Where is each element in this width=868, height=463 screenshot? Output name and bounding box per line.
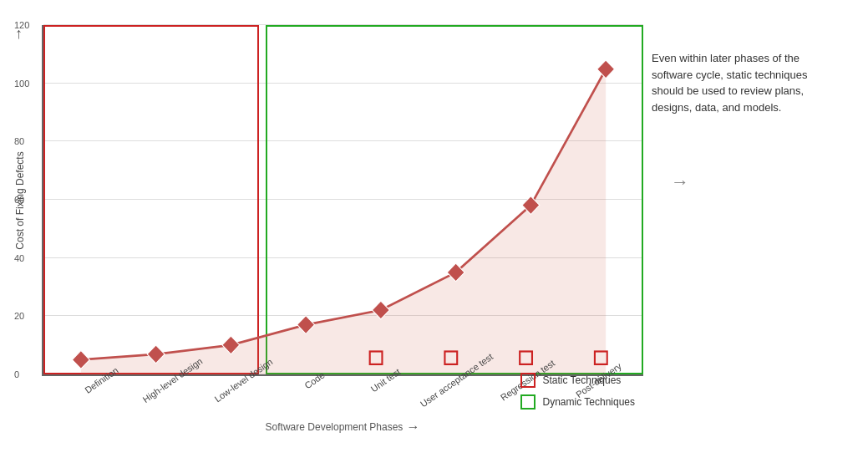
line-chart-svg [43,25,643,374]
main-container: ↑ Cost of Fixing Defects 0 20 40 60 80 [0,0,868,463]
annotation-text: Even within later phases of the software… [652,50,819,115]
legend-dynamic-label: Dynamic Techniques [542,396,635,408]
legend-static-icon [520,373,536,388]
annotation-arrow: → [671,171,689,193]
x-label-code: Code [302,369,326,390]
legend-dynamic-icon [520,394,536,410]
legend-static-label: Static Techniques [542,374,621,386]
legend-area: Static Techniques Dynamic Techniques [520,373,635,410]
x-axis-arrow: → [406,420,419,435]
legend-static: Static Techniques [520,373,635,388]
svg-marker-0 [81,69,606,374]
plot-area: 0 20 40 60 80 100 120 [42,25,643,376]
svg-rect-8 [597,60,615,79]
chart-area: ↑ Cost of Fixing Defects 0 20 40 60 80 [8,17,643,435]
legend-dynamic: Dynamic Techniques [520,394,635,410]
x-axis-title: Software Development Phases → [42,420,643,435]
